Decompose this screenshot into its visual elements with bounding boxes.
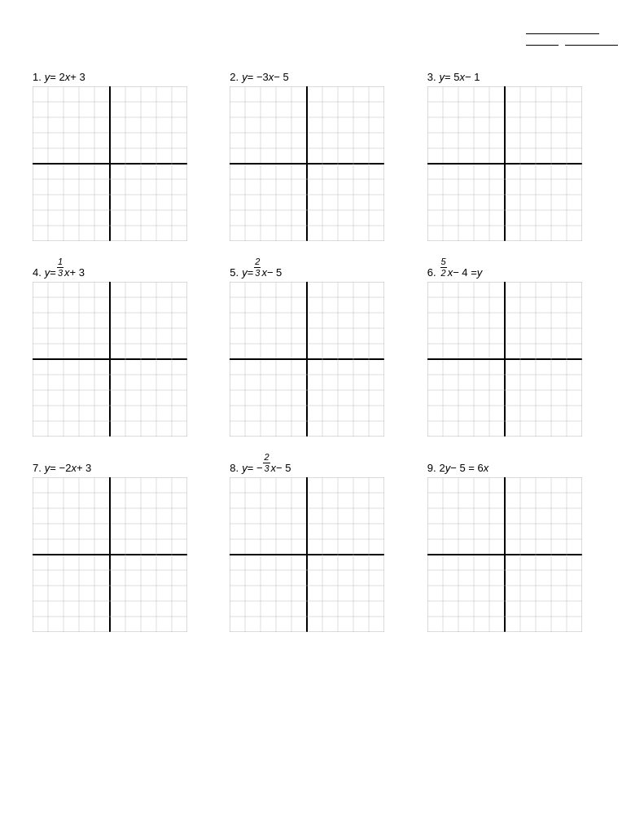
coordinate-grid <box>230 86 384 241</box>
grid-wrapper-5 <box>230 282 384 437</box>
grid-wrapper-8 <box>230 477 384 632</box>
grid-wrapper-7 <box>33 477 187 632</box>
grid-wrapper-6 <box>427 282 582 437</box>
graph-item-6: 6. 52x − 4 = y <box>421 256 618 437</box>
period-date-line <box>523 34 618 46</box>
graph-item-1: 1. y = 2x + 3 <box>26 60 223 241</box>
graph-item-9: 9. 2y − 5 = 6x <box>421 451 618 632</box>
coordinate-grid <box>230 282 384 437</box>
equation-label-5: 5. y = 23x − 5 <box>230 256 282 279</box>
name-line <box>523 23 618 34</box>
coordinate-grid <box>33 282 187 437</box>
grid-wrapper-2 <box>230 86 384 241</box>
graph-item-7: 7. y = −2x + 3 <box>26 451 223 632</box>
name-blank <box>526 23 599 34</box>
grid-wrapper-9 <box>427 477 582 632</box>
equation-label-4: 4. y = 13x + 3 <box>33 256 85 279</box>
equation-label-7: 7. y = −2x + 3 <box>33 451 91 474</box>
equation-label-9: 9. 2y − 5 = 6x <box>427 451 489 474</box>
equation-label-6: 6. 52x − 4 = y <box>427 256 483 279</box>
graph-item-4: 4. y = 13x + 3 <box>26 256 223 437</box>
coordinate-grid <box>33 86 187 241</box>
date-blank <box>565 34 618 46</box>
grid-wrapper-1 <box>33 86 187 241</box>
graph-item-2: 2. y = −3x − 5 <box>223 60 420 241</box>
header-right <box>523 23 618 46</box>
graphs-container: 1. y = 2x + 3 2. y = −3x − 5 3. y = 5x −… <box>26 60 618 639</box>
graph-row-2: 4. y = 13x + 3 5. y = 23x − 5 6. 52x − 4… <box>26 256 618 437</box>
coordinate-grid <box>427 477 582 632</box>
coordinate-grid <box>33 477 187 632</box>
grid-wrapper-4 <box>33 282 187 437</box>
period-blank <box>526 34 559 46</box>
header <box>26 23 618 46</box>
equation-label-3: 3. y = 5x − 1 <box>427 60 480 83</box>
graph-item-5: 5. y = 23x − 5 <box>223 256 420 437</box>
coordinate-grid <box>427 86 582 241</box>
grid-wrapper-3 <box>427 86 582 241</box>
graph-item-3: 3. y = 5x − 1 <box>421 60 618 241</box>
graph-row-3: 7. y = −2x + 3 8. y = −23x − 5 9. 2y − 5… <box>26 451 618 632</box>
coordinate-grid <box>427 282 582 437</box>
graph-item-8: 8. y = −23x − 5 <box>223 451 420 632</box>
equation-label-1: 1. y = 2x + 3 <box>33 60 85 83</box>
equation-label-8: 8. y = −23x − 5 <box>230 451 291 474</box>
coordinate-grid <box>230 477 384 632</box>
graph-row-1: 1. y = 2x + 3 2. y = −3x − 5 3. y = 5x −… <box>26 60 618 241</box>
equation-label-2: 2. y = −3x − 5 <box>230 60 288 83</box>
